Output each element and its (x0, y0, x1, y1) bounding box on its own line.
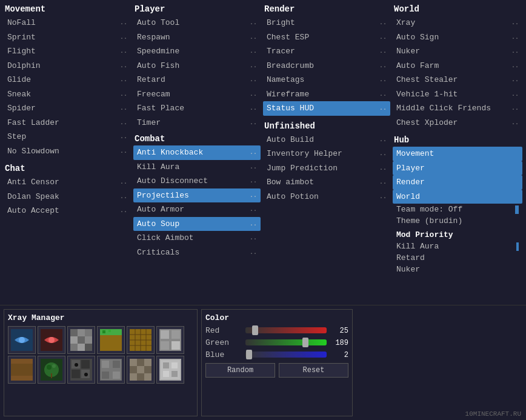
item-step[interactable]: Step.. (4, 130, 131, 144)
item-auto-farm[interactable]: Auto Farm.. (393, 59, 522, 73)
item-dolan-speak[interactable]: Dolan Speak.. (4, 190, 131, 204)
svg-rect-7 (85, 329, 92, 336)
item-flight[interactable]: Flight.. (4, 44, 131, 59)
svg-rect-44 (72, 370, 80, 378)
item-criticals[interactable]: Criticals.. (133, 245, 261, 260)
item-respawn[interactable]: Respawn.. (133, 30, 261, 45)
svg-rect-50 (102, 361, 109, 368)
item-tracer[interactable]: Tracer.. (263, 44, 390, 59)
chat-header: Chat (4, 163, 131, 174)
item-breadcrumb[interactable]: Breadcrumb.. (263, 59, 390, 73)
item-auto-potion[interactable]: Auto Potion.. (263, 190, 390, 204)
svg-rect-10 (85, 336, 92, 344)
svg-rect-55 (130, 359, 137, 366)
hub-theme[interactable]: Theme (brudin) (393, 215, 522, 227)
item-xray[interactable]: Xray.. (393, 16, 522, 30)
item-fast-ladder[interactable]: Fast Ladder.. (4, 116, 131, 130)
reset-button[interactable]: Reset (279, 363, 348, 378)
xray-block-8[interactable] (67, 356, 95, 384)
player-header: Player (133, 4, 261, 15)
xray-block-4[interactable] (127, 326, 155, 354)
svg-rect-9 (78, 336, 85, 344)
item-auto-fish[interactable]: Auto Fish.. (133, 59, 261, 73)
hub-section: Hub Movement Player Render World Team mo… (393, 135, 522, 275)
svg-point-1 (19, 337, 25, 343)
hub-nav-movement[interactable]: Movement (393, 147, 522, 161)
color-title: Color (205, 313, 348, 322)
xray-block-6[interactable] (8, 356, 36, 384)
item-jump-prediction[interactable]: Jump Prediction.. (263, 161, 390, 176)
xray-block-10[interactable] (127, 356, 155, 384)
item-anti-knockback[interactable]: Anti Knockback.. (133, 145, 261, 160)
blue-slider[interactable] (245, 352, 327, 359)
item-nametags[interactable]: Nametags.. (263, 73, 390, 87)
xray-block-5[interactable] (156, 326, 184, 354)
item-anti-censor[interactable]: Anti Censor.. (4, 175, 131, 190)
item-nuker[interactable]: Nuker.. (393, 44, 522, 59)
item-auto-build[interactable]: Auto Build.. (263, 133, 390, 147)
svg-rect-51 (113, 361, 120, 368)
priority-retard[interactable]: Retard (393, 252, 522, 264)
item-chest-xploder[interactable]: Chest Xploder.. (393, 116, 522, 130)
item-freecam[interactable]: Freecam.. (133, 87, 261, 102)
item-sprint[interactable]: Sprint.. (4, 30, 131, 45)
item-fast-place[interactable]: Fast Place.. (133, 101, 261, 116)
random-button[interactable]: Random (205, 363, 275, 378)
xray-block-7[interactable] (38, 356, 65, 384)
svg-rect-33 (11, 364, 33, 376)
item-auto-tool[interactable]: Auto Tool.. (133, 16, 261, 30)
svg-rect-32 (11, 359, 33, 364)
xray-block-9[interactable] (97, 356, 125, 384)
item-nofall[interactable]: NoFall.. (4, 16, 131, 30)
svg-rect-67 (171, 362, 178, 368)
item-auto-accept[interactable]: Auto Accept.. (4, 204, 131, 218)
xray-block-2[interactable] (67, 326, 95, 354)
red-slider[interactable] (245, 327, 327, 335)
item-kill-aura[interactable]: Kill Aura.. (133, 160, 261, 175)
item-bow-aimbot[interactable]: Bow aimbot.. (263, 175, 390, 190)
item-projectiles[interactable]: Projectiles.. (133, 188, 261, 203)
item-bright[interactable]: Bright.. (263, 16, 390, 30)
item-wireframe[interactable]: Wireframe.. (263, 87, 390, 102)
green-row: Green 189 (205, 338, 348, 347)
svg-rect-53 (113, 372, 120, 379)
item-timer[interactable]: Timer.. (133, 116, 261, 130)
xray-block-1[interactable] (38, 326, 65, 354)
item-spider[interactable]: Spider.. (4, 101, 131, 116)
svg-rect-16 (102, 330, 105, 333)
item-click-aimbot[interactable]: Click Aimbot.. (133, 231, 261, 245)
item-dolphin[interactable]: Dolphin.. (4, 59, 131, 73)
item-chest-stealer[interactable]: Chest Stealer.. (393, 73, 522, 87)
svg-point-38 (52, 364, 56, 368)
item-auto-soup[interactable]: Auto Soup.. (133, 217, 261, 232)
item-glide[interactable]: Glide.. (4, 73, 131, 87)
item-status-hud[interactable]: Status HUD.. (263, 101, 390, 116)
item-retard[interactable]: Retard.. (133, 73, 261, 87)
hub-nav-player[interactable]: Player (393, 161, 522, 176)
item-auto-disconnect[interactable]: Auto Disconnect.. (133, 174, 261, 188)
green-slider[interactable] (245, 339, 327, 347)
svg-rect-59 (137, 366, 144, 373)
item-sneak[interactable]: Sneak.. (4, 87, 131, 102)
svg-rect-52 (102, 372, 109, 379)
priority-kill-aura[interactable]: Kill Aura (393, 241, 522, 252)
blue-value: 2 (330, 351, 348, 359)
item-vehicle-1hit[interactable]: Vehicle 1-hit.. (393, 87, 522, 102)
item-auto-sign[interactable]: Auto Sign.. (393, 30, 522, 45)
svg-rect-57 (144, 359, 151, 366)
item-chest-esp[interactable]: Chest ESP.. (263, 30, 390, 45)
item-auto-armor[interactable]: Auto Armor.. (133, 202, 261, 217)
green-label: Green (205, 338, 242, 347)
red-row: Red 25 (205, 326, 348, 335)
hub-team-mode[interactable]: Team mode: Off (393, 204, 522, 215)
item-inventory-helper[interactable]: Inventory Helper.. (263, 147, 390, 161)
hub-nav-world[interactable]: World (393, 190, 522, 204)
item-no-slowdown[interactable]: No Slowdown.. (4, 144, 131, 159)
item-middle-click-friends[interactable]: Middle Click Friends.. (393, 101, 522, 116)
xray-block-0[interactable] (8, 326, 36, 354)
item-speedmine[interactable]: Speedmine.. (133, 44, 261, 59)
hub-nav-render[interactable]: Render (393, 175, 522, 190)
xray-block-11[interactable] (156, 356, 184, 384)
priority-nuker[interactable]: Nuker (393, 264, 522, 275)
xray-block-3[interactable] (97, 326, 125, 354)
